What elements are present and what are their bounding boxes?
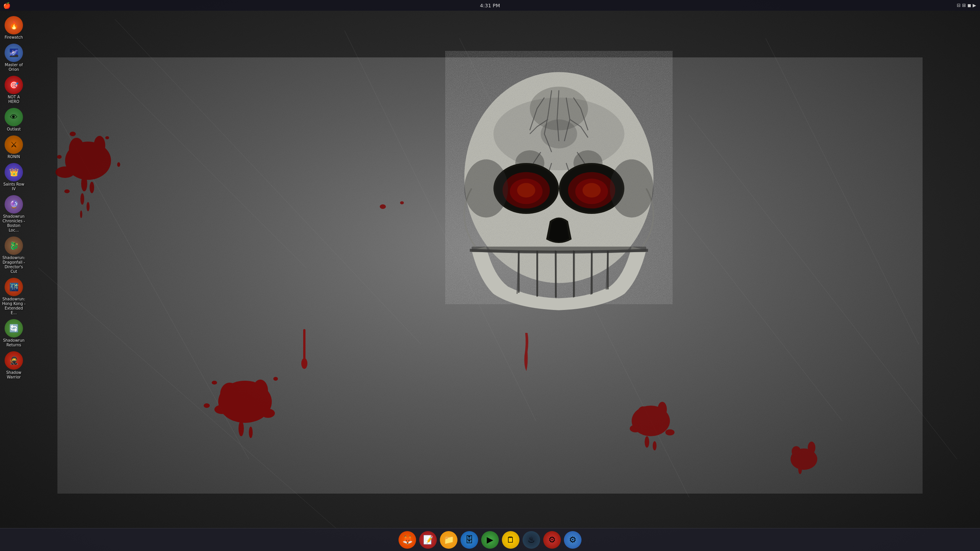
svg-rect-77 bbox=[573, 251, 575, 297]
tray-icons: ⊟ ⊞ ◼ ▶ bbox=[957, 3, 976, 8]
app-label-src-returns: Shadowrun Returns bbox=[2, 338, 26, 347]
app-label-src-boston: Shadowrun Chronicles - Boston Loc... bbox=[2, 214, 26, 233]
svg-rect-75 bbox=[536, 251, 538, 297]
app-icon-not-a-hero: 🎯 bbox=[5, 76, 23, 94]
svg-rect-79 bbox=[607, 251, 609, 290]
app-icon-src-returns: 🔄 bbox=[5, 319, 23, 337]
svg-point-15 bbox=[56, 166, 75, 178]
dock-item-media[interactable]: ▶ bbox=[481, 531, 499, 549]
svg-point-31 bbox=[238, 421, 244, 436]
wallpaper bbox=[0, 0, 980, 551]
svg-rect-76 bbox=[555, 251, 557, 298]
svg-point-44 bbox=[653, 441, 657, 450]
app-icon-firewatch: 🔥 bbox=[5, 16, 23, 34]
svg-rect-73 bbox=[472, 247, 646, 252]
sidebar-item-src-dragonfall[interactable]: 🐉Shadowrun: Dragonfall - Director's Cut bbox=[0, 235, 27, 276]
svg-rect-49 bbox=[303, 329, 305, 360]
svg-point-82 bbox=[530, 87, 588, 130]
svg-point-47 bbox=[808, 442, 815, 454]
sidebar: 🔥Firewatch🌌Master of Orion🎯NOT A HERO👁Ou… bbox=[0, 11, 28, 528]
sidebar-item-not-a-hero[interactable]: 🎯NOT A HERO bbox=[0, 74, 27, 106]
app-label-saints-row-iv: Saints Row IV bbox=[2, 182, 26, 191]
svg-point-18 bbox=[70, 132, 76, 136]
dock-item-steam[interactable]: ♨ bbox=[523, 531, 540, 549]
app-icon-src-hk: 🌃 bbox=[5, 278, 23, 296]
sidebar-item-src-boston[interactable]: 🔮Shadowrun Chronicles - Boston Loc... bbox=[0, 194, 27, 234]
svg-point-48 bbox=[798, 463, 802, 474]
svg-point-29 bbox=[214, 405, 230, 414]
app-label-ronin: RONIN bbox=[8, 155, 20, 159]
desktop bbox=[0, 0, 980, 551]
svg-point-30 bbox=[261, 409, 275, 418]
svg-rect-78 bbox=[591, 251, 593, 294]
svg-point-80 bbox=[464, 160, 508, 218]
sidebar-item-outlast[interactable]: 👁Outlast bbox=[0, 106, 27, 133]
svg-point-20 bbox=[57, 155, 62, 159]
dock-item-firefox[interactable]: 🦊 bbox=[399, 531, 416, 549]
svg-point-28 bbox=[253, 380, 268, 401]
system-tray: ⊟ ⊞ ◼ ▶ bbox=[957, 3, 976, 8]
dock-item-settings-red[interactable]: ⚙ bbox=[543, 531, 561, 549]
sidebar-item-master-of-orion[interactable]: 🌌Master of Orion bbox=[0, 42, 27, 73]
svg-point-50 bbox=[301, 358, 307, 369]
svg-point-34 bbox=[273, 377, 278, 381]
svg-point-35 bbox=[204, 403, 210, 408]
app-icon-src-dragonfall: 🐉 bbox=[5, 236, 23, 255]
svg-point-19 bbox=[105, 136, 109, 139]
sidebar-item-firewatch[interactable]: 🔥Firewatch bbox=[0, 15, 27, 41]
app-icon-ronin: ⚔ bbox=[5, 135, 23, 154]
svg-point-42 bbox=[665, 429, 675, 435]
sidebar-item-shadow-warrior[interactable]: 🥷Shadow Warrior bbox=[0, 350, 27, 381]
app-icon-saints-row-iv: 👑 bbox=[5, 163, 23, 181]
sidebar-item-src-returns[interactable]: 🔄Shadowrun Returns bbox=[0, 318, 27, 349]
app-label-firewatch: Firewatch bbox=[5, 35, 23, 40]
app-label-master-of-orion: Master of Orion bbox=[2, 63, 26, 72]
svg-point-33 bbox=[212, 381, 217, 385]
svg-point-37 bbox=[400, 201, 404, 204]
apple-logo: 🍎 bbox=[3, 2, 11, 9]
dock-item-files[interactable]: 📁 bbox=[440, 531, 457, 549]
app-icon-outlast: 👁 bbox=[5, 108, 23, 126]
app-label-src-dragonfall: Shadowrun: Dragonfall - Director's Cut bbox=[2, 256, 26, 274]
svg-point-14 bbox=[94, 136, 105, 155]
svg-point-27 bbox=[220, 383, 239, 406]
svg-point-81 bbox=[610, 160, 653, 218]
dock-item-tomboy[interactable]: 📝 bbox=[419, 531, 437, 549]
svg-point-39 bbox=[637, 406, 649, 420]
svg-point-24 bbox=[87, 202, 90, 211]
svg-point-13 bbox=[69, 138, 84, 161]
clock: 4:31 PM bbox=[480, 3, 500, 8]
svg-point-46 bbox=[792, 446, 801, 457]
svg-point-21 bbox=[117, 162, 120, 167]
dock-item-db[interactable]: 🗄 bbox=[461, 531, 478, 549]
app-label-not-a-hero: NOT A HERO bbox=[2, 95, 26, 104]
svg-rect-74 bbox=[518, 251, 520, 293]
svg-point-16 bbox=[81, 176, 87, 191]
app-icon-master-of-orion: 🌌 bbox=[5, 44, 23, 62]
svg-point-25 bbox=[80, 210, 82, 218]
dock-item-notes[interactable]: 🗒 bbox=[502, 531, 519, 549]
top-bar: 🍎 4:31 PM ⊟ ⊞ ◼ ▶ bbox=[0, 0, 980, 11]
svg-point-32 bbox=[249, 427, 253, 438]
sidebar-item-src-hk[interactable]: 🌃Shadowrun: Hong Kong - Extended E... bbox=[0, 276, 27, 317]
app-icon-src-boston: 🔮 bbox=[5, 195, 23, 214]
sidebar-item-saints-row-iv[interactable]: 👑Saints Row IV bbox=[0, 161, 27, 193]
sidebar-item-ronin[interactable]: ⚔RONIN bbox=[0, 134, 27, 161]
svg-point-22 bbox=[64, 189, 70, 193]
dock-item-system[interactable]: ⚙ bbox=[564, 531, 581, 549]
app-label-shadow-warrior: Shadow Warrior bbox=[2, 370, 26, 380]
svg-point-41 bbox=[630, 425, 641, 432]
app-label-outlast: Outlast bbox=[7, 127, 21, 132]
svg-point-23 bbox=[80, 193, 84, 205]
svg-point-17 bbox=[90, 182, 94, 193]
svg-point-43 bbox=[645, 436, 649, 448]
svg-point-40 bbox=[658, 402, 667, 417]
svg-point-36 bbox=[380, 204, 386, 209]
app-icon-shadow-warrior: 🥷 bbox=[5, 351, 23, 370]
app-label-src-hk: Shadowrun: Hong Kong - Extended E... bbox=[2, 297, 26, 315]
dock: 🦊📝📁🗄▶🗒♨⚙⚙ bbox=[0, 528, 980, 551]
